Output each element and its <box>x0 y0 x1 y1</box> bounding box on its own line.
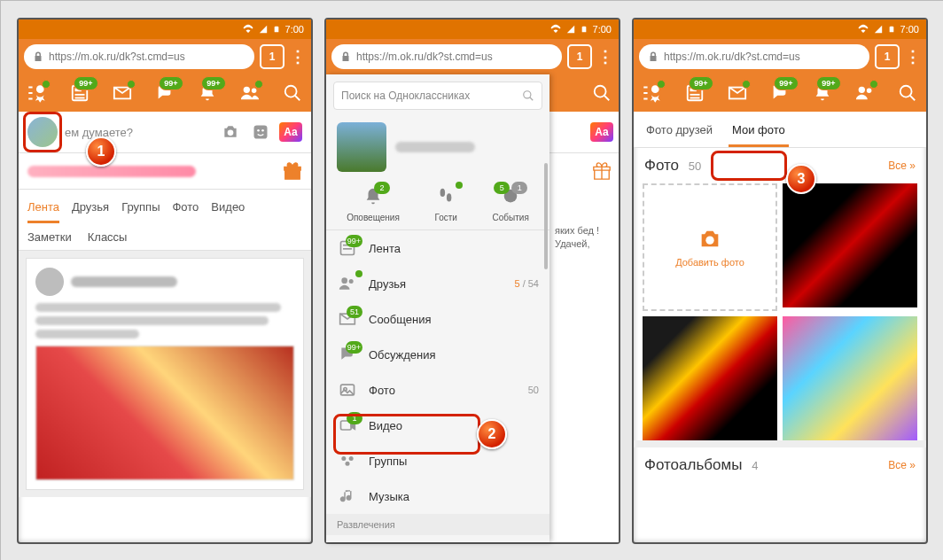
browser-url-bar: https://m.ok.ru/dk?st.cmd=us 1 ⋮ <box>19 39 311 74</box>
drawer-notifications[interactable]: 2 Оповещения <box>347 184 400 222</box>
drawer-item-messages[interactable]: 51 Сообщения <box>326 301 549 337</box>
photo-tile[interactable] <box>783 183 917 307</box>
menu-dot-indicator <box>42 80 51 89</box>
nav-messages-dot <box>742 80 751 89</box>
photo-tile[interactable] <box>643 316 777 440</box>
search-icon <box>898 83 917 103</box>
composer[interactable]: ем думаете? Aa <box>19 112 311 153</box>
tab-lenta[interactable]: Лента <box>27 200 59 214</box>
step-2-highlight <box>333 414 480 455</box>
nav-messages[interactable] <box>724 80 751 106</box>
step-badge-1: 1 <box>86 136 116 167</box>
footsteps-icon <box>436 187 456 206</box>
gift-icon <box>592 161 612 181</box>
photo-grid: Добавить фото <box>634 183 926 440</box>
drawer-item-druzya[interactable]: Друзья 5 / 54 <box>326 266 549 301</box>
composer-text-style-icon[interactable]: Aa <box>590 122 613 142</box>
nav-friends[interactable] <box>852 80 878 106</box>
see-all-photos[interactable]: Все » <box>888 159 916 172</box>
promo-text-blur <box>27 166 196 177</box>
composer-camera-icon[interactable] <box>219 121 242 144</box>
photo-tabs: Фото друзей Мои фото <box>634 112 926 148</box>
nav-disc-badge: 99+ <box>159 76 183 90</box>
wifi-icon <box>243 24 253 35</box>
url-text: https://m.ok.ru/dk?st.cmd=us <box>49 51 185 63</box>
tab-photo-friends[interactable]: Фото друзей <box>643 123 716 136</box>
nav-friends[interactable] <box>237 80 263 106</box>
tab-gruppy[interactable]: Группы <box>121 200 160 214</box>
tab-druzya[interactable]: Друзья <box>72 200 109 214</box>
tab-foto[interactable]: Фото <box>172 200 199 214</box>
drawer-item-lenta[interactable]: 99+ Лента <box>326 230 549 266</box>
svg-point-6 <box>252 89 257 94</box>
photo-icon <box>339 381 356 399</box>
url-field[interactable]: https://m.ok.ru/dk?st.cmd=us <box>24 44 254 69</box>
nav-notif-badge: 99+ <box>816 76 841 90</box>
nav-search[interactable] <box>894 80 921 106</box>
tab-my-photos[interactable]: Мои фото <box>729 123 789 136</box>
nav-feed[interactable]: 99+ <box>66 80 93 106</box>
status-bar: 7:00 <box>326 19 619 39</box>
tab-count-button[interactable]: 1 <box>875 44 900 69</box>
nav-friends-dot <box>254 80 263 89</box>
hamburger-menu-button[interactable] <box>639 80 666 106</box>
tab-zametki[interactable]: Заметки <box>27 230 72 244</box>
svg-point-12 <box>595 86 606 97</box>
hamburger-menu-button[interactable] <box>24 80 51 106</box>
tab-klassy[interactable]: Классы <box>88 230 128 244</box>
drawer-events[interactable]: 51 События <box>493 184 529 222</box>
url-field[interactable]: https://m.ok.ru/dk?st.cmd=us <box>331 44 562 69</box>
browser-url-bar: https://m.ok.ru/dk?st.cmd=us 1 ⋮ <box>634 39 926 74</box>
svg-point-8 <box>228 130 234 136</box>
svg-point-10 <box>257 129 260 132</box>
nav-messages-dot <box>127 80 136 89</box>
tab-count-button[interactable]: 1 <box>567 44 592 69</box>
nav-friends-dot <box>869 80 878 89</box>
svg-point-35 <box>859 87 865 93</box>
browser-url-bar: https://m.ok.ru/dk?st.cmd=us 1 ⋮ <box>326 39 619 74</box>
drawer-item-foto[interactable]: Фото 50 <box>326 372 549 408</box>
drawer-guests[interactable]: Гости <box>433 184 458 222</box>
drawer-search-input[interactable]: Поиск на Одноклассниках <box>333 82 542 110</box>
step-3-highlight <box>711 151 787 181</box>
add-photo-tile[interactable]: Добавить фото <box>643 183 777 311</box>
drawer-profile[interactable] <box>326 117 549 177</box>
nav-discussions[interactable]: 99+ <box>767 80 793 106</box>
promo-row[interactable] <box>19 153 311 190</box>
nav-messages[interactable] <box>109 80 136 106</box>
browser-menu-icon[interactable]: ⋮ <box>905 47 921 66</box>
drawer-item-music[interactable]: Музыка <box>326 478 549 514</box>
drawer-profile-name-blur <box>395 142 475 152</box>
browser-menu-icon[interactable]: ⋮ <box>597 47 613 66</box>
nav-feed-badge: 99+ <box>74 76 98 90</box>
browser-menu-icon[interactable]: ⋮ <box>290 47 306 66</box>
feed-text-blur <box>35 303 294 338</box>
status-time: 7:00 <box>593 24 612 35</box>
nav-discussions[interactable]: 99+ <box>152 80 178 106</box>
feed-card[interactable] <box>26 258 304 490</box>
composer-emoji-icon[interactable] <box>249 121 272 144</box>
tab-count-button[interactable]: 1 <box>260 44 284 69</box>
url-field[interactable]: https://m.ok.ru/dk?st.cmd=us <box>639 44 869 69</box>
side-drawer: Поиск на Одноклассниках 2 Оповещения Гос… <box>326 74 549 542</box>
nav-notifications[interactable]: 99+ <box>809 80 836 106</box>
feed-author-name-blur <box>71 276 177 287</box>
lock-icon <box>33 51 43 62</box>
music-icon <box>339 487 355 505</box>
step-badge-3: 3 <box>786 164 816 194</box>
content-behind-drawer: Aa яких бед ! Удачей, <box>549 74 619 542</box>
drawer-item-discussions[interactable]: 99+ Обсуждения <box>326 337 549 372</box>
drawer-profile-avatar <box>337 122 386 172</box>
nav-search[interactable] <box>279 80 306 106</box>
tab-video[interactable]: Видео <box>211 200 245 214</box>
nav-notifications[interactable]: 99+ <box>194 80 221 106</box>
see-all-albums[interactable]: Все » <box>888 459 916 471</box>
composer-text-style-icon[interactable]: Aa <box>279 122 302 142</box>
composer-placeholder: ем думаете? <box>65 126 212 139</box>
drawer-list: 99+ Лента Друзья 5 / 54 51 Сообщения 99+… <box>326 230 549 542</box>
svg-point-38 <box>705 237 713 245</box>
photo-tile[interactable] <box>783 316 917 440</box>
search-icon[interactable] <box>592 83 612 103</box>
nav-feed[interactable]: 99+ <box>682 80 708 106</box>
svg-point-11 <box>261 129 264 132</box>
